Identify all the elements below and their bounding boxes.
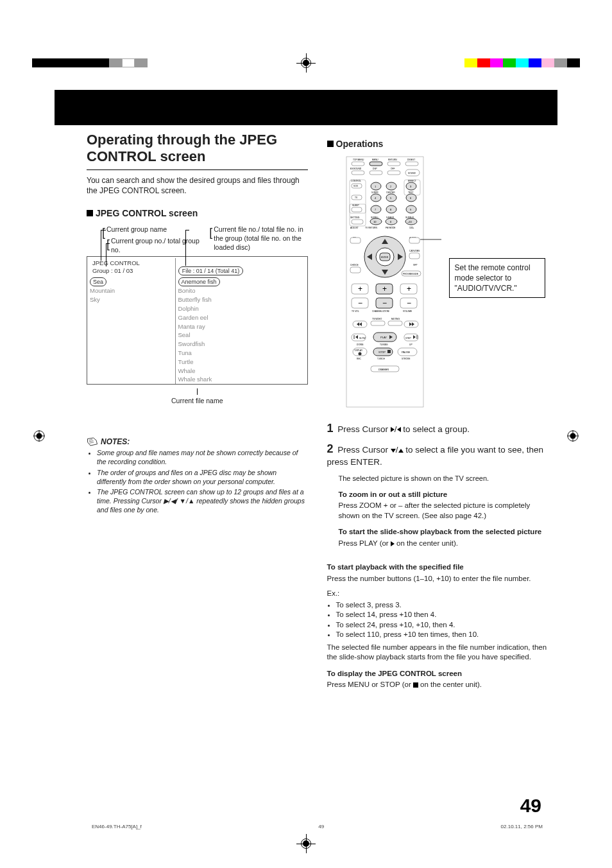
svg-text:CENTER: CENTER bbox=[386, 191, 395, 194]
zoom-heading: To zoom in or out a still picture bbox=[339, 490, 548, 500]
svg-point-138 bbox=[358, 352, 361, 355]
svg-text:PLAY: PLAY bbox=[380, 336, 387, 339]
svg-text:MENU: MENU bbox=[372, 159, 378, 161]
svg-rect-13 bbox=[370, 162, 382, 166]
example-item: To select 14, press +10 then 4. bbox=[336, 610, 548, 620]
svg-text:FM MODE: FM MODE bbox=[386, 227, 396, 229]
svg-text:OFF: OFF bbox=[391, 168, 395, 170]
svg-text:T.RPLAY: T.RPLAY bbox=[354, 349, 363, 352]
svg-text:SLOW: SLOW bbox=[359, 337, 366, 340]
operations-heading: Operations bbox=[327, 138, 548, 150]
svg-text:TEST: TEST bbox=[408, 191, 413, 194]
cursor-up-icon bbox=[398, 449, 404, 453]
title-rule bbox=[87, 169, 308, 170]
svg-text:ENTER: ENTER bbox=[381, 256, 389, 259]
slideshow-heading: To start the slide-show playback from th… bbox=[339, 527, 548, 537]
left-column: Operating through the JPEG CONTROL scree… bbox=[87, 132, 308, 695]
cursor-down-icon bbox=[391, 449, 396, 453]
svg-text:STOP: STOP bbox=[378, 351, 386, 354]
svg-text:EFFECT: EFFECT bbox=[408, 180, 416, 182]
notes-heading: NOTES: bbox=[87, 437, 308, 447]
file-item: Butterfly fish bbox=[175, 295, 307, 304]
step-number-2: 2 bbox=[327, 442, 334, 455]
svg-rect-86 bbox=[409, 253, 420, 259]
bottom-registration-icon bbox=[301, 838, 311, 849]
side-registration-left-icon bbox=[33, 430, 45, 442]
file-item: Whale shark bbox=[175, 375, 307, 384]
footer-timestamp: 02.10.11, 2:56 PM bbox=[501, 824, 543, 829]
svg-text:CATV/DBS: CATV/DBS bbox=[409, 250, 420, 252]
panel-title: JPEG CONTROL bbox=[92, 259, 173, 268]
svg-rect-20 bbox=[370, 171, 382, 175]
intro-text: You can search and show the desired grou… bbox=[87, 175, 308, 196]
specified-file-p2: The selected file number appears in the … bbox=[327, 643, 548, 663]
label-group-no: Current group no./ total group no. bbox=[111, 236, 200, 254]
svg-text:DOWN: DOWN bbox=[357, 343, 364, 346]
svg-rect-84 bbox=[409, 238, 420, 243]
svg-rect-21 bbox=[387, 171, 400, 175]
file-item: Garden eel bbox=[175, 313, 307, 322]
right-column: Operations .t{font-size:4px; font-family… bbox=[327, 132, 548, 695]
svg-text:S.WFR: S.WFR bbox=[371, 191, 378, 194]
file-item: Dolphin bbox=[175, 304, 307, 313]
file-item-anemone: Anemone fish bbox=[178, 277, 220, 286]
svg-text:STEP: STEP bbox=[405, 337, 411, 340]
svg-text:VFP: VFP bbox=[413, 264, 418, 266]
svg-text:SOUND: SOUND bbox=[408, 172, 416, 175]
file-item: Manta ray bbox=[175, 322, 307, 331]
svg-text:REC: REC bbox=[357, 358, 362, 360]
file-item: Tuna bbox=[175, 349, 307, 358]
svg-rect-14 bbox=[387, 162, 400, 166]
svg-rect-12 bbox=[352, 162, 364, 166]
hand-note-icon bbox=[87, 437, 98, 446]
specified-file-p1: Press the number buttons (1–10, +10) to … bbox=[327, 574, 548, 584]
page-number: 49 bbox=[520, 795, 541, 817]
file-name-caption: Current file name bbox=[87, 388, 308, 405]
svg-rect-109 bbox=[371, 321, 385, 326]
heading-label: Operations bbox=[336, 139, 384, 149]
svg-text:ADJUST: ADJUST bbox=[350, 227, 359, 229]
remote-mode-callout: Set the remote control mode selector to … bbox=[449, 258, 545, 299]
svg-text:RETURN: RETURN bbox=[388, 159, 397, 161]
panel-table: Sea Anemone fish MountainBonito SkyButte… bbox=[87, 277, 307, 384]
svg-text:+10: +10 bbox=[407, 220, 412, 223]
example-item: To select 3, press 3. bbox=[336, 600, 548, 611]
svg-text:TV VOL: TV VOL bbox=[352, 310, 359, 313]
heading-label: JPEG CONTROL screen bbox=[96, 208, 198, 218]
svg-text:UP: UP bbox=[409, 343, 412, 346]
file-item: Whale bbox=[175, 367, 307, 376]
svg-text:MUTING: MUTING bbox=[391, 318, 400, 320]
note-item: The JPEG CONTROL screen can show up to 1… bbox=[97, 487, 308, 515]
jpeg-control-heading: JPEG CONTROL screen bbox=[87, 207, 308, 220]
play-icon bbox=[391, 541, 395, 546]
reg-right-blocks bbox=[464, 58, 580, 67]
stop-icon bbox=[413, 682, 418, 688]
page-content: Operating through the JPEG CONTROL scree… bbox=[87, 132, 548, 829]
svg-rect-15 bbox=[405, 162, 418, 166]
note-item: Some group and file names may not be sho… bbox=[97, 448, 308, 466]
svg-text:100+: 100+ bbox=[409, 227, 414, 229]
notes-heading-label: NOTES: bbox=[101, 437, 130, 447]
svg-text:+: + bbox=[382, 284, 387, 293]
svg-text:PAUSE: PAUSE bbox=[402, 351, 411, 354]
svg-rect-55 bbox=[352, 207, 362, 212]
example-label: Ex.: bbox=[327, 589, 548, 599]
step-number-1: 1 bbox=[327, 422, 334, 435]
svg-text:EX/SOUND: EX/SOUND bbox=[350, 168, 362, 170]
svg-text:DIGEST: DIGEST bbox=[407, 159, 415, 161]
svg-text:TV/VIDEO: TV/VIDEO bbox=[372, 318, 382, 320]
slideshow-text: Press PLAY (or on the center unit). bbox=[339, 539, 548, 549]
svg-text:CHANNEL/ZOOM: CHANNEL/ZOOM bbox=[372, 310, 389, 313]
lbl-topmenu: TOP MENU bbox=[353, 159, 364, 161]
svg-text:−: − bbox=[407, 299, 411, 308]
footer-filename: EN46-49.TH-A75[A]_f bbox=[92, 824, 142, 829]
cursor-right-icon bbox=[391, 427, 395, 432]
note-item: The order of groups and files on a JPEG … bbox=[97, 468, 308, 486]
svg-text:CONTROL: CONTROL bbox=[351, 180, 361, 182]
print-registration-row bbox=[0, 56, 612, 69]
svg-text:SETTING: SETTING bbox=[350, 216, 360, 219]
svg-rect-19 bbox=[352, 171, 364, 175]
display-heading: To display the JPEG CONTROL screen bbox=[327, 669, 548, 679]
example-list: To select 3, press 3. To select 14, pres… bbox=[330, 600, 548, 640]
svg-text:+: + bbox=[358, 284, 362, 293]
